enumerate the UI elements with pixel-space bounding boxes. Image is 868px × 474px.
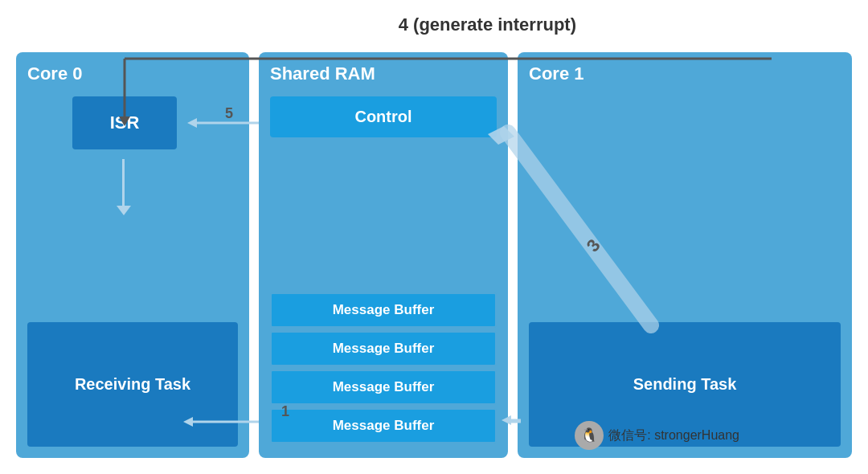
core1-title: Core 1 (529, 63, 841, 84)
message-buffer-3: Message Buffer (270, 370, 497, 405)
watermark-text: 微信号: strongerHuang (608, 427, 739, 444)
message-buffers: Message Buffer Message Buffer Message Bu… (270, 292, 497, 447)
message-buffer-2: Message Buffer (270, 331, 497, 366)
receiving-task-box: Receiving Task (27, 322, 238, 447)
message-buffer-1: Message Buffer (270, 292, 497, 328)
isr-to-receiving-arrow (122, 159, 125, 207)
watermark-icon: 🐧 (575, 421, 604, 450)
sending-task-label: Sending Task (633, 375, 737, 394)
message-buffer-4: Message Buffer (270, 408, 497, 443)
diagram-container: 4 (generate interrupt) Core 0 ISR Receiv… (0, 0, 868, 474)
control-box: Control (270, 96, 497, 137)
shared-ram-title: Shared RAM (270, 63, 497, 84)
isr-box: ISR (72, 96, 177, 149)
watermark: 🐧 微信号: strongerHuang (575, 421, 739, 450)
panel-core0: Core 0 ISR Receiving Task (16, 52, 249, 458)
receiving-task-label: Receiving Task (75, 375, 190, 394)
panel-shared-ram: Shared RAM Control Message Buffer Messag… (259, 52, 508, 458)
top-arrow-label: 4 (generate interrupt) (399, 14, 576, 35)
panels-row: Core 0 ISR Receiving Task Shared RAM Con… (16, 52, 852, 458)
core0-title: Core 0 (27, 63, 238, 84)
panel-core1: Core 1 Sending Task (518, 52, 852, 458)
